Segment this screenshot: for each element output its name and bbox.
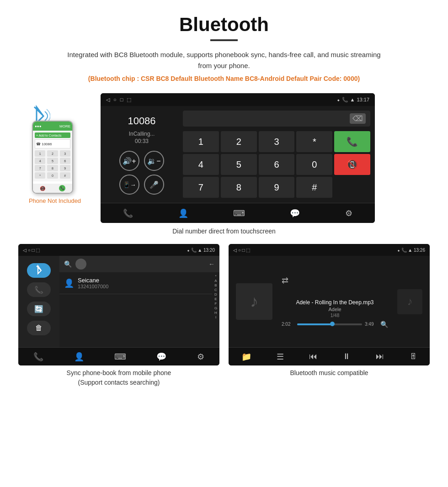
nav-call-icon[interactable]: 📞	[123, 208, 133, 218]
music-search-icon[interactable]: 🔍	[380, 321, 388, 328]
phone-row-4: * 0 #	[35, 172, 70, 179]
music-nav-list[interactable]: ☰	[277, 352, 284, 362]
music-status-right: ⬥ 📞 ▲ 13:26	[397, 248, 425, 253]
phone-top-bar: ●●● MORE	[33, 122, 72, 131]
music-nav-next[interactable]: ⏭	[376, 352, 384, 361]
music-track-info: 1/48	[331, 313, 339, 318]
key-1[interactable]: 1	[183, 131, 219, 152]
pb-main: 🔍 ← 👤 Seicane 13241007000	[59, 256, 219, 347]
music-progress-dot	[330, 322, 335, 326]
dial-ctrl-row-1: 🔊+ 🔉−	[119, 151, 164, 171]
bottom-row: ◁ ○ □ ⬚ ⬥ 📞 ▲ 13:20 📞 🔄 🗑	[18, 244, 430, 365]
back-icon: ◁	[106, 97, 110, 103]
volume-down-btn[interactable]: 🔉−	[144, 151, 164, 171]
wifi-icon: ▲	[350, 97, 355, 102]
call-btn: 📞	[59, 185, 65, 191]
pb-alpha-list: * A B C D E F G H I	[212, 272, 219, 347]
status-left: ◁ ○ □ ⬚	[106, 97, 131, 103]
time-display: 13:17	[357, 97, 369, 102]
pb-nav-settings[interactable]: ⚙	[197, 352, 204, 362]
music-caption: Bluetooth music compatible	[229, 368, 430, 387]
pb-nav-call[interactable]: 📞	[33, 352, 43, 362]
music-shuffle-icon: ⇄	[282, 275, 288, 286]
album-art-main: ♪	[236, 283, 272, 320]
pb-sync-icon[interactable]: 🔄	[27, 302, 51, 316]
dial-backspace[interactable]: ⌫	[350, 113, 366, 124]
bt-sidebar-icon	[34, 264, 44, 277]
pb-nav-contacts[interactable]: 👤	[74, 352, 84, 362]
music-nav-folder[interactable]: 📁	[241, 352, 251, 362]
pb-contact-number: 13241007000	[78, 284, 208, 289]
status-right: ⬥ 📞 ▲ 13:17	[337, 97, 369, 103]
album-art-secondary: ♪	[397, 289, 422, 314]
key-6[interactable]: 6	[259, 154, 295, 175]
volume-up-btn[interactable]: 🔊+	[119, 151, 139, 171]
pb-nav-messages[interactable]: 💬	[156, 352, 166, 362]
main-row: ●●● MORE + Add to Contacts ☎ 10086 1 2 3…	[18, 93, 430, 223]
title-underline	[210, 39, 238, 41]
bottom-captions: Sync phone-book from mobile phone (Suppo…	[18, 368, 430, 387]
key-hash-numpad[interactable]: #	[296, 177, 332, 198]
key-4[interactable]: 4	[183, 154, 219, 175]
key-2[interactable]: 2	[221, 131, 257, 152]
home-icon: ○	[113, 97, 117, 102]
key-7: 7	[35, 165, 45, 171]
phone-row-2: 4 5 6	[35, 158, 70, 164]
phone-row-3: 7 8 9	[35, 165, 70, 171]
phone-display: ☎ 10086	[35, 139, 70, 148]
key-end-call[interactable]: 📵	[334, 154, 370, 175]
nav-messages-icon[interactable]: 💬	[290, 208, 300, 218]
key-7[interactable]: 7	[183, 177, 219, 198]
pb-contact-person-icon: 👤	[64, 278, 74, 288]
dial-input-row: ⌫	[183, 111, 370, 127]
music-status-bar: ◁ ○ □ ⬚ ⬥ 📞 ▲ 13:26	[229, 244, 430, 256]
key-9[interactable]: 9	[259, 177, 295, 198]
key-star[interactable]: *	[296, 131, 332, 152]
nav-contacts-icon[interactable]: 👤	[178, 208, 188, 218]
android-status-bar: ◁ ○ □ ⬚ ⬥ 📞 ▲ 13:17	[101, 93, 375, 106]
phone-aside: ●●● MORE + Add to Contacts ☎ 10086 1 2 3…	[18, 93, 91, 204]
mute-btn[interactable]: 🎤	[144, 175, 164, 195]
music-nav-play[interactable]: ⏸	[342, 352, 351, 361]
intro-text: Integrated with BC8 Bluetooth module, su…	[64, 49, 384, 71]
phonebook-caption: Sync phone-book from mobile phone (Suppo…	[18, 368, 219, 387]
dial-caption: Dial number direct from touchscreen	[18, 228, 430, 235]
phone-row-1: 1 2 3	[35, 150, 70, 157]
dial-number: 10086	[128, 115, 155, 127]
phone-content: + Add to Contacts ☎ 10086 1 2 3 4 5 6	[33, 131, 72, 181]
spec-text: (Bluetooth chip : CSR BC8 Default Blueto…	[18, 75, 430, 82]
pb-status-left: ◁ ○ □ ⬚	[23, 248, 40, 253]
music-nav-prev[interactable]: ⏮	[309, 352, 317, 361]
key-3[interactable]: 3	[259, 131, 295, 152]
pb-call-icon[interactable]: 📞	[27, 282, 51, 297]
add-contacts-bar: + Add to Contacts	[35, 132, 70, 138]
numpad: 1 2 3 * 📞 4 5 6 0 📵 7 8 9	[183, 131, 370, 198]
pb-nav-dialpad[interactable]: ⌨	[114, 352, 126, 362]
page-container: Bluetooth Integrated with BC8 Bluetooth …	[0, 0, 448, 406]
key-0-numpad[interactable]: 0	[296, 154, 332, 175]
pb-bt-icon[interactable]	[27, 263, 51, 278]
screenshot-icon: ⬚	[127, 97, 131, 103]
transfer-btn[interactable]: 📱→	[119, 175, 139, 195]
key-call-green[interactable]: 📞	[334, 131, 370, 152]
key-5[interactable]: 5	[221, 154, 257, 175]
music-time-current: 2:02	[282, 322, 294, 327]
nav-settings-icon[interactable]: ⚙	[345, 208, 352, 218]
key-8[interactable]: 8	[221, 177, 257, 198]
phone-not-included: Phone Not Included	[29, 197, 81, 204]
music-nav-eq[interactable]: 🎚	[409, 352, 417, 361]
pb-contact-info: Seicane 13241007000	[78, 277, 208, 289]
nav-dialpad-icon[interactable]: ⌨	[233, 208, 245, 218]
dial-right: ⌫ 1 2 3 * 📞 4 5 6 0	[183, 111, 370, 198]
phone-bottom-bar: 📵 📞	[33, 184, 72, 193]
dial-container: 10086 InCalling... 00:33 🔊+ 🔉− 📱→ 🎤	[101, 106, 375, 203]
pb-body: 📞 🔄 🗑 🔍 ← 👤	[18, 256, 219, 347]
pb-delete-icon[interactable]: 🗑	[27, 321, 51, 335]
music-bottom-nav: 📁 ☰ ⏮ ⏸ ⏭ 🎚	[229, 347, 430, 365]
music-progress-bar	[297, 323, 362, 325]
phone-mockup: ●●● MORE + Add to Contacts ☎ 10086 1 2 3…	[32, 121, 73, 194]
pb-search-circle	[75, 259, 86, 270]
location-icon: ⬥	[337, 97, 340, 102]
pb-search-icon: 🔍	[64, 260, 72, 268]
page-title: Bluetooth	[18, 14, 430, 36]
